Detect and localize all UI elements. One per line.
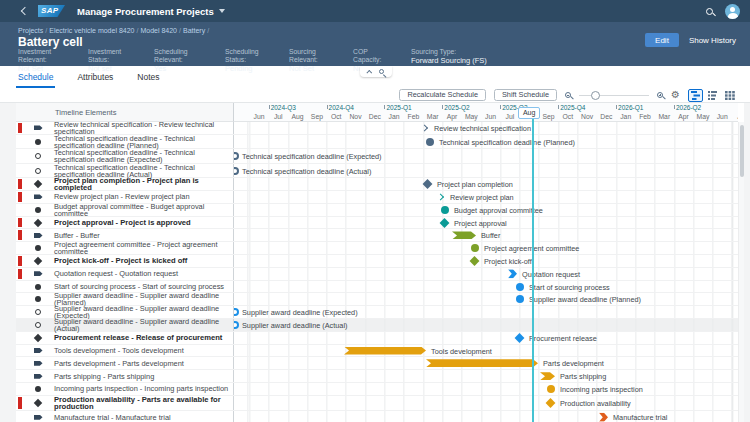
row-chart-cell[interactable]: Incoming parts inspection <box>233 383 738 395</box>
row-chart-cell[interactable]: Manufacture trial <box>233 411 738 422</box>
row-chart-cell[interactable]: Tools development <box>233 345 738 357</box>
gantt-row[interactable]: Incoming parts inspection - Incoming par… <box>16 383 738 396</box>
app-title-caret-icon[interactable] <box>219 9 225 13</box>
row-label-cell[interactable]: Tools development - Tools development <box>16 345 233 357</box>
gantt-row[interactable]: Manufacture trial - Manufacture trialMan… <box>16 411 738 422</box>
app-title[interactable]: Manage Procurement Projects <box>77 6 214 17</box>
row-label-cell[interactable]: Review technical specification - Review … <box>16 122 233 134</box>
gantt-row[interactable]: Project approval - Project is approvedPr… <box>16 217 738 230</box>
breadcrumb-link[interactable]: Battery <box>183 27 205 34</box>
diamond-marker[interactable] <box>470 256 480 266</box>
vertical-scrollbar[interactable] <box>738 122 744 422</box>
gantt-row[interactable]: Supplier award deadline - Supplier award… <box>16 319 738 332</box>
ring-marker[interactable] <box>233 167 239 175</box>
zoom-slider-handle[interactable] <box>591 91 600 100</box>
gantt-row[interactable]: Project agreement committee - Project ag… <box>16 242 738 255</box>
diamond-marker[interactable] <box>515 333 525 343</box>
row-chart-cell[interactable]: Technical specification deadline (Actual… <box>233 164 738 178</box>
row-label-cell[interactable]: Project kick-off - Project is kicked off <box>16 255 233 267</box>
row-chart-cell[interactable]: Technical specification deadline (Expect… <box>233 149 738 163</box>
row-label-cell[interactable]: Project agreement committee - Project ag… <box>16 242 233 254</box>
ring-marker[interactable] <box>233 321 239 329</box>
row-chart-cell[interactable]: Supplier award deadline (Expected) <box>233 306 738 318</box>
row-chart-cell[interactable]: Quotation request <box>233 268 738 280</box>
row-chart-cell[interactable]: Review project plan <box>233 191 738 203</box>
chevron-open-marker[interactable] <box>437 193 444 200</box>
view-gantt-button[interactable] <box>688 89 703 102</box>
row-chart-cell[interactable]: Supplier award deadline (Planned) <box>233 293 738 305</box>
row-label-cell[interactable]: Production availability - Parts are avai… <box>16 396 233 411</box>
view-table-gantt-button[interactable] <box>705 89 720 102</box>
row-label-cell[interactable]: Project approval - Project is approved <box>16 217 233 229</box>
row-chart-cell[interactable]: Supplier award deadline (Actual) <box>233 319 738 331</box>
bar-marker[interactable] <box>452 231 476 239</box>
circle-marker[interactable] <box>426 138 434 146</box>
row-label-cell[interactable]: Parts development - Parts development <box>16 357 233 369</box>
zoom-slider[interactable] <box>579 91 649 100</box>
row-chart-cell[interactable]: Buffer <box>233 229 738 241</box>
tab-attributes[interactable]: Attributes <box>77 72 113 88</box>
row-label-cell[interactable]: Procurement release - Release of procure… <box>16 332 233 344</box>
diamond-marker[interactable] <box>423 179 433 189</box>
gantt-row[interactable]: Review technical specification - Review … <box>16 122 738 135</box>
gantt-row[interactable]: Parts development - Parts developmentPar… <box>16 357 738 370</box>
collapse-header-icon[interactable] <box>366 69 372 75</box>
circle-marker[interactable] <box>547 385 555 393</box>
row-label-cell[interactable]: Parts shipping - Parts shipping <box>16 370 233 382</box>
gantt-row[interactable]: Project kick-off - Project is kicked off… <box>16 255 738 268</box>
row-label-cell[interactable]: Manufacture trial - Manufacture trial <box>16 411 233 422</box>
tab-notes[interactable]: Notes <box>137 72 159 88</box>
gantt-row[interactable]: Production availability - Parts are avai… <box>16 396 738 412</box>
ring-marker[interactable] <box>233 152 239 160</box>
row-label-cell[interactable]: Quotation request - Quotation request <box>16 268 233 280</box>
row-chart-cell[interactable]: Project agreement committee <box>233 242 738 254</box>
row-chart-cell[interactable]: Project plan completion <box>233 178 738 190</box>
circle-marker[interactable] <box>516 283 524 291</box>
recalculate-schedule-button[interactable]: Recalculate Schedule <box>399 89 486 101</box>
bar-marker[interactable] <box>426 359 538 367</box>
breadcrumb-link[interactable]: Model 8420 <box>140 27 177 34</box>
breadcrumb-link[interactable]: Projects <box>18 27 43 34</box>
row-label-cell[interactable]: Budget approval committee - Budget appro… <box>16 204 233 216</box>
tab-schedule[interactable]: Schedule <box>18 72 53 88</box>
bar-marker[interactable] <box>344 347 426 355</box>
chevron-marker[interactable] <box>599 413 608 422</box>
settings-gear-icon[interactable]: ⚙ <box>671 90 680 100</box>
row-chart-cell[interactable]: Technical specification deadline (Planne… <box>233 135 738 149</box>
pin-header-icon[interactable] <box>379 69 384 74</box>
row-label-cell[interactable]: Incoming parts inspection - Incoming par… <box>16 383 233 395</box>
row-chart-cell[interactable]: Review technical specification <box>233 122 738 134</box>
gantt-row[interactable]: Parts shipping - Parts shippingParts shi… <box>16 370 738 383</box>
breadcrumb[interactable]: Projects/Electric vehicle model 8420/Mod… <box>18 27 211 34</box>
row-chart-cell[interactable]: Start of sourcing process <box>233 281 738 293</box>
row-label-cell[interactable]: Supplier award deadline - Supplier award… <box>16 319 233 331</box>
row-chart-cell[interactable]: Project kick-off <box>233 255 738 267</box>
row-chart-cell[interactable]: Project approval <box>233 217 738 229</box>
breadcrumb-link[interactable]: Electric vehicle model 8420 <box>49 27 134 34</box>
timeline-header[interactable]: 2024-Q32024-Q42025-Q12025-Q22025-Q32025-… <box>233 103 738 122</box>
shift-schedule-button[interactable]: Shift Schedule <box>494 89 557 101</box>
show-history-button[interactable]: Show History <box>689 36 736 45</box>
gantt-row[interactable]: Procurement release - Release of procure… <box>16 332 738 345</box>
chevron-open-marker[interactable] <box>421 124 428 131</box>
gantt-row[interactable]: Quotation request - Quotation requestQuo… <box>16 268 738 281</box>
circle-marker[interactable] <box>441 206 449 214</box>
diamond-marker[interactable] <box>440 218 450 228</box>
row-chart-cell[interactable]: Procurement release <box>233 332 738 344</box>
row-chart-cell[interactable]: Parts development <box>233 357 738 369</box>
view-grid-button[interactable] <box>722 89 737 102</box>
row-label-cell[interactable]: Technical specification deadline - Techn… <box>16 135 233 149</box>
row-chart-cell[interactable]: Budget approval committee <box>233 204 738 216</box>
zoom-out-icon[interactable] <box>565 92 571 98</box>
gantt-row[interactable]: Project plan completion - Project plan i… <box>16 178 738 191</box>
chevron-marker[interactable] <box>508 269 517 278</box>
ring-marker[interactable] <box>233 308 239 316</box>
avatar[interactable] <box>725 4 740 19</box>
circle-marker[interactable] <box>471 244 479 252</box>
row-chart-cell[interactable]: Production availability <box>233 396 738 411</box>
gantt-row[interactable]: Budget approval committee - Budget appro… <box>16 204 738 217</box>
edit-button[interactable]: Edit <box>645 33 679 47</box>
circle-marker[interactable] <box>516 295 524 303</box>
row-label-cell[interactable]: Technical specification deadline - Techn… <box>16 149 233 163</box>
back-icon[interactable] <box>21 7 29 15</box>
